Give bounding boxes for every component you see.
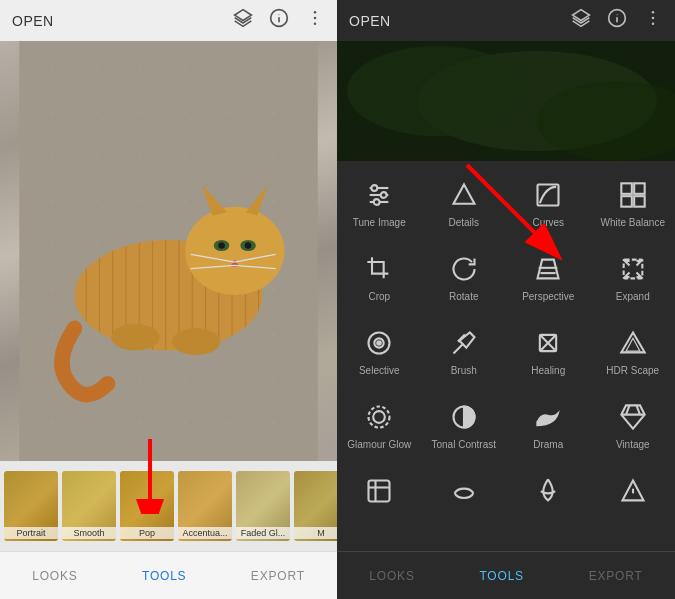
tool-vintage[interactable]: Vintage bbox=[591, 391, 676, 461]
tool-selective[interactable]: Selective bbox=[337, 317, 422, 387]
svg-rect-52 bbox=[621, 196, 632, 207]
more-icon[interactable] bbox=[305, 8, 325, 33]
svg-point-46 bbox=[381, 192, 387, 198]
tool-label-rotate: Rotate bbox=[449, 291, 478, 303]
nav-looks-left[interactable]: LOOKS bbox=[16, 561, 93, 591]
thumb-pop[interactable]: Pop bbox=[120, 471, 174, 541]
thumb-label-pop: Pop bbox=[120, 527, 174, 539]
tool-glamour[interactable]: Glamour Glow bbox=[337, 391, 422, 461]
right-info-icon[interactable] bbox=[607, 8, 627, 33]
right-more-icon[interactable] bbox=[643, 8, 663, 33]
thumb-accentua[interactable]: Accentua... bbox=[178, 471, 232, 541]
tool-row5-3[interactable] bbox=[506, 465, 591, 523]
tool-details[interactable]: Details bbox=[422, 169, 507, 239]
tool-healing[interactable]: Healing bbox=[506, 317, 591, 387]
right-layers-icon[interactable] bbox=[571, 8, 591, 33]
tool-expand[interactable]: Expand bbox=[591, 243, 676, 313]
thumb-label-faded: Faded Gl... bbox=[236, 527, 290, 539]
thumb-label-portrait: Portrait bbox=[4, 527, 58, 539]
left-header: OPEN bbox=[0, 0, 337, 41]
tool-label-expand: Expand bbox=[616, 291, 650, 303]
hdr-icon bbox=[617, 327, 649, 359]
right-bottom-nav: LOOKS TOOLS EXPORT bbox=[337, 551, 675, 599]
tool-label-selective: Selective bbox=[359, 365, 400, 377]
right-panel-wrapper: OPEN bbox=[337, 0, 675, 599]
tool-white-balance[interactable]: White Balance bbox=[591, 169, 676, 239]
svg-point-14 bbox=[185, 207, 284, 295]
healing-icon bbox=[532, 327, 564, 359]
svg-point-26 bbox=[111, 324, 160, 351]
left-title: OPEN bbox=[12, 13, 54, 29]
thumb-faded[interactable]: Faded Gl... bbox=[236, 471, 290, 541]
tool-label-healing: Healing bbox=[531, 365, 565, 377]
row5-4-icon bbox=[617, 475, 649, 507]
left-panel: OPEN bbox=[0, 0, 337, 599]
thumb-smooth[interactable]: Smooth bbox=[62, 471, 116, 541]
info-icon[interactable] bbox=[269, 8, 289, 33]
tool-label-tune: Tune Image bbox=[353, 217, 406, 229]
layers-icon[interactable] bbox=[233, 8, 253, 33]
svg-point-41 bbox=[347, 46, 527, 136]
nav-tools-right[interactable]: TOOLS bbox=[463, 561, 539, 591]
tool-label-drama: Drama bbox=[533, 439, 563, 451]
thumb-label-accentua: Accentua... bbox=[178, 527, 232, 539]
nav-looks-right[interactable]: LOOKS bbox=[353, 561, 430, 591]
tool-row5-1[interactable] bbox=[337, 465, 422, 523]
tool-tune-image[interactable]: Tune Image bbox=[337, 169, 422, 239]
tool-label-curves: Curves bbox=[532, 217, 564, 229]
curves-icon bbox=[532, 179, 564, 211]
svg-point-34 bbox=[652, 11, 655, 13]
drama-icon bbox=[532, 401, 564, 433]
row5-3-icon bbox=[532, 475, 564, 507]
tool-label-wb: White Balance bbox=[601, 217, 665, 229]
brush-icon bbox=[448, 327, 480, 359]
svg-point-4 bbox=[314, 11, 317, 13]
svg-point-27 bbox=[172, 328, 221, 355]
wb-icon bbox=[617, 179, 649, 211]
cat-photo bbox=[0, 41, 337, 461]
right-title: OPEN bbox=[349, 13, 391, 29]
row5-2-icon bbox=[448, 475, 480, 507]
tools-row-2: Crop Rotate bbox=[337, 243, 675, 313]
right-panel: OPEN bbox=[337, 0, 675, 599]
tools-grid: Tune Image Details bbox=[337, 161, 675, 551]
tool-tonal[interactable]: Tonal Contrast bbox=[422, 391, 507, 461]
svg-point-36 bbox=[652, 23, 655, 26]
tool-brush[interactable]: Brush bbox=[422, 317, 507, 387]
svg-rect-53 bbox=[634, 196, 645, 207]
right-header-icons bbox=[571, 8, 663, 33]
tool-drama[interactable]: Drama bbox=[506, 391, 591, 461]
nav-export-left[interactable]: EXPORT bbox=[235, 561, 321, 591]
tool-hdr[interactable]: HDR Scape bbox=[591, 317, 676, 387]
thumb-portrait[interactable]: Portrait bbox=[4, 471, 58, 541]
tools-row-1: Tune Image Details bbox=[337, 169, 675, 239]
right-image-area bbox=[337, 41, 675, 161]
tool-rotate[interactable]: Rotate bbox=[422, 243, 507, 313]
nav-tools-left[interactable]: TOOLS bbox=[126, 561, 202, 591]
tool-label-hdr: HDR Scape bbox=[606, 365, 659, 377]
left-bottom-nav: LOOKS TOOLS EXPORT bbox=[0, 551, 337, 599]
row5-1-icon bbox=[363, 475, 395, 507]
tool-crop[interactable]: Crop bbox=[337, 243, 422, 313]
details-icon bbox=[448, 179, 480, 211]
tool-curves[interactable]: Curves bbox=[506, 169, 591, 239]
svg-point-47 bbox=[374, 199, 380, 205]
tool-row5-4[interactable] bbox=[591, 465, 676, 523]
nav-export-right[interactable]: EXPORT bbox=[573, 561, 659, 591]
svg-point-19 bbox=[218, 242, 225, 249]
tool-row5-2[interactable] bbox=[422, 465, 507, 523]
thumb-label-m: M bbox=[294, 527, 337, 539]
tool-perspective[interactable]: Perspective bbox=[506, 243, 591, 313]
tool-label-crop: Crop bbox=[368, 291, 390, 303]
glamour-icon bbox=[363, 401, 395, 433]
perspective-icon bbox=[532, 253, 564, 285]
svg-point-67 bbox=[369, 407, 390, 428]
right-header: OPEN bbox=[337, 0, 675, 41]
svg-point-60 bbox=[378, 341, 382, 345]
vintage-icon bbox=[617, 401, 649, 433]
thumb-m[interactable]: M bbox=[294, 471, 337, 541]
tool-label-tonal: Tonal Contrast bbox=[432, 439, 496, 451]
svg-point-66 bbox=[373, 411, 385, 423]
left-image bbox=[0, 41, 337, 461]
tools-row-3: Selective Brush bbox=[337, 317, 675, 387]
